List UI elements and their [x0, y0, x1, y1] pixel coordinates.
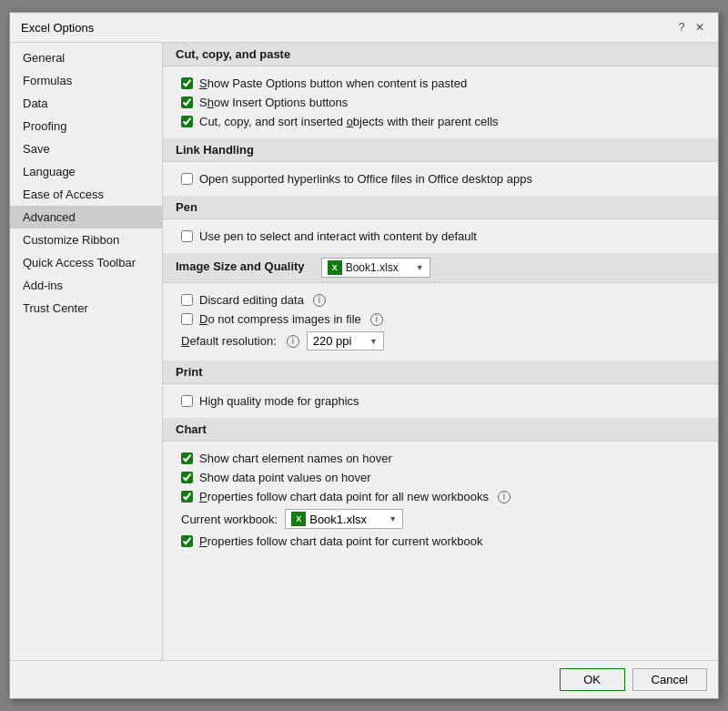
checkbox-row: Properties follow chart data point for a… [181, 487, 700, 506]
checkbox-row: Show Paste Options button when content i… [181, 74, 700, 93]
section-cut-copy-paste: Show Paste Options button when content i… [163, 66, 718, 138]
resolution-row: Default resolution: i 220 ppi ▼ [181, 329, 700, 353]
image-size-header-text: Image Size and Quality [176, 259, 305, 273]
sidebar-item-customize-ribbon[interactable]: Customize Ribbon [10, 229, 162, 251]
file-dropdown-content: X Book1.xlsx [328, 260, 399, 275]
discard-editing-label: Discard editing data [199, 293, 304, 307]
sidebar-item-advanced[interactable]: Advanced [10, 206, 162, 229]
dialog-body: General Formulas Data Proofing Save Lang… [10, 43, 718, 660]
checkbox-row: Open supported hyperlinks to Office file… [181, 169, 700, 188]
workbook-dropdown-content: X Book1.xlsx [291, 512, 367, 526]
content-area: Cut, copy, and paste Show Paste Options … [163, 43, 718, 660]
properties-all-info-icon[interactable]: i [498, 491, 511, 503]
current-workbook-label: Current workbook: [181, 513, 278, 526]
resolution-label: Default resolution: [181, 334, 277, 348]
title-bar: Excel Options ? ✕ [10, 13, 718, 43]
workbook-arrow-icon: ▼ [389, 514, 397, 523]
cancel-button[interactable]: Cancel [632, 668, 707, 691]
properties-all-label: Properties follow chart data point for a… [199, 490, 489, 503]
checkbox-row: Properties follow chart data point for c… [181, 532, 700, 551]
show-paste-checkbox[interactable] [181, 77, 193, 89]
open-hyperlinks-label: Open supported hyperlinks to Office file… [199, 172, 532, 186]
sidebar-item-add-ins[interactable]: Add-ins [10, 274, 162, 297]
resolution-info-icon[interactable]: i [287, 335, 299, 348]
workbook-dropdown[interactable]: X Book1.xlsx ▼ [285, 509, 403, 529]
current-workbook-row: Current workbook: X Book1.xlsx ▼ [181, 506, 700, 532]
workbook-excel-icon: X [291, 512, 306, 526]
section-print: High quality mode for graphics [163, 384, 718, 418]
compress-info-icon[interactable]: i [370, 313, 383, 326]
properties-all-checkbox[interactable] [181, 491, 193, 503]
cut-copy-sort-checkbox[interactable] [181, 116, 193, 127]
open-hyperlinks-checkbox[interactable] [181, 173, 193, 185]
image-size-filename: Book1.xlsx [346, 261, 399, 274]
show-insert-checkbox[interactable] [181, 96, 193, 108]
sidebar-item-quick-access[interactable]: Quick Access Toolbar [10, 251, 162, 274]
checkbox-row: Show Insert Options buttons [181, 93, 700, 112]
show-insert-label: Show Insert Options buttons [199, 96, 348, 109]
help-button[interactable]: ? [674, 20, 689, 35]
resolution-dropdown[interactable]: 220 ppi ▼ [307, 331, 384, 350]
checkbox-row: Cut, copy, and sort inserted objects wit… [181, 112, 700, 131]
show-element-names-label: Show chart element names on hover [199, 452, 392, 465]
show-element-names-checkbox[interactable] [181, 452, 193, 464]
workbook-filename: Book1.xlsx [309, 513, 367, 526]
discard-info-icon[interactable]: i [313, 294, 326, 307]
sidebar: General Formulas Data Proofing Save Lang… [10, 43, 163, 660]
high-quality-checkbox[interactable] [181, 395, 193, 407]
section-header-pen: Pen [163, 196, 718, 219]
show-data-values-label: Show data point values on hover [199, 471, 371, 484]
checkbox-row: Use pen to select and interact with cont… [181, 227, 700, 246]
checkbox-row: High quality mode for graphics [181, 391, 700, 411]
discard-editing-checkbox[interactable] [181, 294, 193, 306]
content-scroll[interactable]: Cut, copy, and paste Show Paste Options … [163, 43, 718, 660]
image-size-file-dropdown[interactable]: X Book1.xlsx ▼ [321, 258, 430, 278]
use-pen-checkbox[interactable] [181, 230, 193, 242]
section-link-handling: Open supported hyperlinks to Office file… [163, 162, 718, 196]
excel-icon: X [328, 260, 342, 275]
properties-current-label: Properties follow chart data point for c… [199, 534, 482, 548]
dialog-footer: OK Cancel [10, 660, 718, 698]
dropdown-arrow-icon: ▼ [416, 263, 424, 272]
properties-current-checkbox[interactable] [181, 535, 193, 547]
cut-copy-sort-label: Cut, copy, and sort inserted objects wit… [199, 115, 499, 128]
section-header-print: Print [163, 361, 718, 384]
excel-options-dialog: Excel Options ? ✕ General Formulas Data … [9, 12, 719, 699]
dialog-title: Excel Options [21, 21, 94, 35]
checkbox-row: Do not compress images in file i [181, 310, 700, 329]
sidebar-item-ease-access[interactable]: Ease of Access [10, 183, 162, 206]
section-pen: Use pen to select and interact with cont… [163, 219, 718, 253]
section-header-chart: Chart [163, 418, 718, 442]
no-compress-label: Do not compress images in file [199, 312, 361, 326]
section-header-image-size: Image Size and Quality X Book1.xlsx ▼ [163, 253, 718, 283]
ok-button[interactable]: OK [560, 668, 625, 691]
checkbox-row: Show data point values on hover [181, 468, 700, 487]
section-image-size: Discard editing data i Do not compress i… [163, 283, 718, 361]
no-compress-checkbox[interactable] [181, 313, 193, 325]
sidebar-item-trust-center[interactable]: Trust Center [10, 297, 162, 320]
resolution-value: 220 ppi [313, 334, 352, 348]
section-chart: Show chart element names on hover Show d… [163, 442, 718, 558]
section-header-link-handling: Link Handling [163, 138, 718, 162]
checkbox-row: Show chart element names on hover [181, 449, 700, 468]
checkbox-row: Discard editing data i [181, 290, 700, 310]
sidebar-item-save[interactable]: Save [10, 137, 162, 160]
sidebar-item-proofing[interactable]: Proofing [10, 115, 162, 137]
section-header-cut-copy-paste: Cut, copy, and paste [163, 43, 718, 66]
show-data-values-checkbox[interactable] [181, 472, 193, 483]
close-button[interactable]: ✕ [693, 20, 707, 35]
sidebar-item-data[interactable]: Data [10, 92, 162, 115]
sidebar-item-formulas[interactable]: Formulas [10, 69, 162, 92]
sidebar-item-general[interactable]: General [10, 46, 162, 69]
use-pen-label: Use pen to select and interact with cont… [199, 229, 477, 243]
sidebar-item-language[interactable]: Language [10, 160, 162, 183]
title-controls: ? ✕ [674, 20, 707, 35]
high-quality-label: High quality mode for graphics [199, 394, 359, 408]
show-paste-label: Show Paste Options button when content i… [199, 76, 467, 90]
resolution-arrow-icon: ▼ [369, 337, 378, 346]
